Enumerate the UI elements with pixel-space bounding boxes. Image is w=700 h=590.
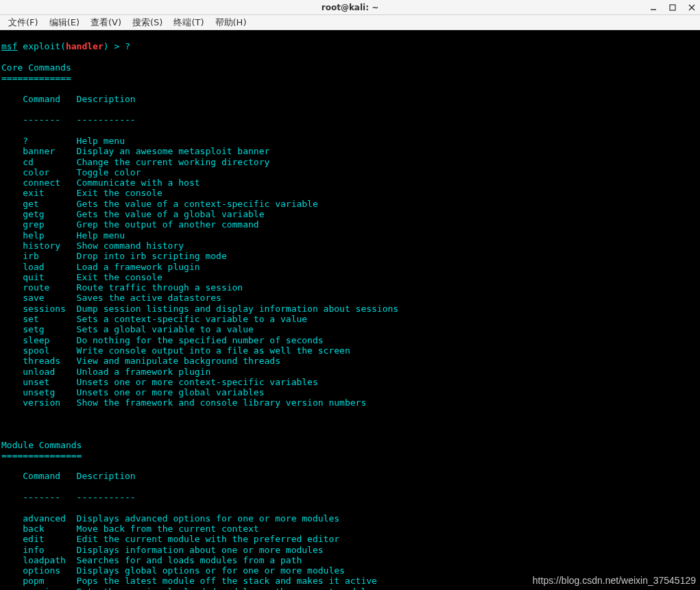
module-desc: Displays information about one or more m… (77, 545, 324, 555)
module-cmd: advanced (1, 513, 77, 524)
core-title: Core Commands (1, 62, 71, 73)
module-desc: Move back from the current context (77, 524, 259, 534)
core-row: colorToggle color (1, 167, 699, 177)
module-cmd: info (1, 545, 77, 555)
module-desc: Edit the current module with the preferr… (77, 534, 340, 544)
core-cmd: quit (1, 272, 77, 282)
core-desc: View and manipulate background threads (77, 356, 280, 366)
module-cmd: edit (1, 534, 77, 544)
core-row: getgGets the value of a global variable (1, 209, 699, 219)
module-row: infoDisplays information about one or mo… (1, 545, 699, 555)
core-row: threadsView and manipulate background th… (1, 356, 699, 366)
core-header: CommandDescription (1, 94, 699, 104)
core-row: spoolWrite console output into a file as… (1, 345, 699, 356)
core-cmd: sessions (1, 304, 77, 314)
prompt-rest: > ? (109, 41, 130, 51)
module-desc: Displays advanced options for one or mor… (77, 513, 340, 524)
module-header-desc: Description (77, 471, 136, 481)
core-row: saveSaves the active datastores (1, 293, 699, 303)
core-row: helpHelp menu (1, 230, 699, 241)
core-cmd: history (1, 241, 77, 251)
core-desc: Write console output into a file as well… (77, 345, 350, 356)
core-desc: Unsets one or more global variables (77, 387, 265, 397)
core-cmd: sleep (1, 335, 77, 345)
core-desc: Drop into irb scripting mode (77, 251, 227, 261)
core-row: versionShow the framework and console li… (1, 397, 699, 408)
module-cmd: popm (1, 576, 77, 586)
menu-edit[interactable]: 编辑(E) (44, 15, 85, 30)
menu-terminal[interactable]: 终端(T) (168, 15, 209, 30)
core-cmd: exit (1, 188, 77, 198)
core-cmd: threads (1, 356, 77, 366)
core-desc: Help menu (77, 230, 125, 241)
menu-file[interactable]: 文件(F) (3, 15, 44, 30)
module-desc: Pops the latest module off the stack and… (77, 576, 377, 586)
core-desc: Display an awesome metasploit banner (77, 146, 270, 156)
core-desc: Unload a framework plugin (77, 367, 211, 377)
core-cmd: setg (1, 324, 77, 334)
module-cmd: back (1, 524, 77, 534)
core-cmd: unset (1, 377, 77, 387)
prompt-msf: msf (1, 41, 17, 51)
module-header: CommandDescription (1, 471, 699, 481)
core-row: irbDrop into irb scripting mode (1, 251, 699, 261)
prompt-line: msf exploit(handler) > ? (1, 41, 130, 51)
core-row: setSets a context-specific variable to a… (1, 314, 699, 324)
core-cmd: version (1, 397, 77, 408)
core-desc: Route traffic through a session (77, 282, 243, 293)
core-row: cdChange the current working directory (1, 157, 699, 167)
core-desc: Exit the console (77, 188, 162, 198)
core-desc: Change the current working directory (77, 157, 270, 167)
module-cmd: options (1, 565, 77, 576)
core-cmd: color (1, 167, 77, 177)
core-header-cmd: Command (1, 94, 77, 104)
core-cmd: cd (1, 157, 77, 167)
close-icon[interactable] (686, 2, 697, 13)
minimize-icon[interactable] (648, 2, 659, 13)
module-desc: Searches for and loads modules from a pa… (77, 555, 302, 565)
module-row: editEdit the current module with the pre… (1, 534, 699, 544)
core-cmd: unsetg (1, 387, 77, 397)
core-desc: Sets a global variable to a value (77, 324, 254, 334)
core-desc: Gets the value of a global variable (77, 209, 265, 219)
menu-search[interactable]: 搜索(S) (127, 15, 168, 30)
core-row: getGets the value of a context-specific … (1, 199, 699, 209)
menu-view[interactable]: 查看(V) (85, 15, 127, 30)
core-command-list: ?Help menubannerDisplay an awesome metas… (1, 136, 699, 408)
core-underline: ============= (1, 73, 71, 83)
core-desc: Unsets one or more context-specific vari… (77, 377, 318, 387)
core-desc: Communicate with a host (77, 177, 200, 188)
core-cmd: ? (1, 136, 77, 146)
core-row: loadLoad a framework plugin (1, 262, 699, 272)
watermark: https://blog.csdn.net/weixin_37545129 (533, 575, 696, 586)
module-desc: Displays global options or for one or mo… (77, 565, 345, 576)
core-desc: Saves the active datastores (77, 293, 221, 303)
core-desc: Sets a context-specific variable to a va… (77, 314, 308, 324)
terminal-output[interactable]: msf exploit(handler) > ? Core Commands =… (0, 30, 700, 590)
core-row: quitExit the console (1, 272, 699, 282)
core-cmd: unload (1, 367, 77, 377)
maximize-icon[interactable] (667, 2, 678, 13)
core-row: bannerDisplay an awesome metasploit bann… (1, 146, 699, 156)
core-cmd: banner (1, 146, 77, 156)
menu-help[interactable]: 帮助(H) (210, 15, 252, 30)
core-header-desc-ul: ----------- (77, 114, 136, 125)
core-cmd: connect (1, 177, 77, 188)
core-desc: Exit the console (77, 272, 162, 282)
core-row: ?Help menu (1, 136, 699, 146)
module-cmd: loadpath (1, 555, 77, 565)
core-desc: Do nothing for the specified number of s… (77, 335, 324, 345)
core-row: historyShow command history (1, 241, 699, 251)
core-cmd: getg (1, 209, 77, 219)
core-desc: Load a framework plugin (77, 262, 200, 272)
module-header-ul: ------------------ (1, 492, 699, 502)
core-cmd: load (1, 262, 77, 272)
module-header-desc-ul: ----------- (77, 492, 136, 502)
core-row: unsetgUnsets one or more global variable… (1, 387, 699, 397)
menubar: 文件(F) 编辑(E) 查看(V) 搜索(S) 终端(T) 帮助(H) (0, 15, 700, 30)
core-row: unloadUnload a framework plugin (1, 367, 699, 377)
core-cmd: set (1, 314, 77, 324)
svg-rect-1 (670, 5, 675, 10)
module-row: loadpathSearches for and loads modules f… (1, 555, 699, 565)
core-row: grepGrep the output of another command (1, 219, 699, 230)
